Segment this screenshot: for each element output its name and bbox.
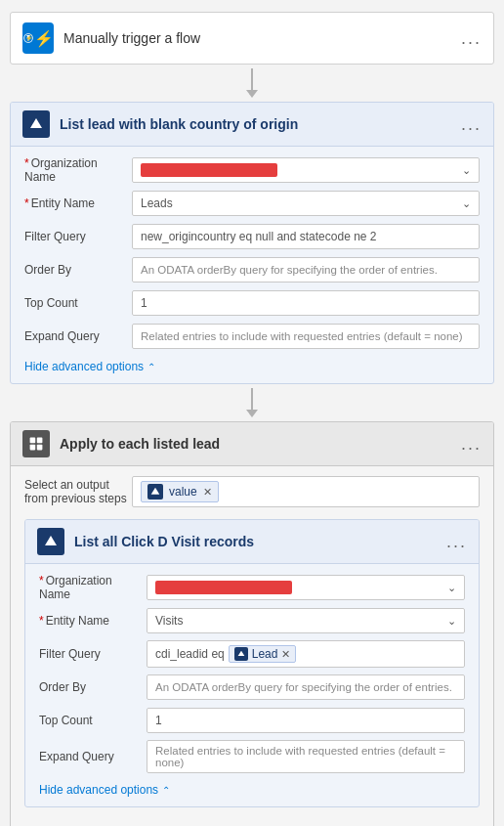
inner-order-by-label: Order By: [39, 680, 147, 694]
svg-marker-9: [237, 651, 244, 656]
inner-org-name-label: Organization Name: [39, 574, 147, 601]
org-name-field[interactable]: ⌄: [132, 157, 480, 183]
org-name-row: Organization Name ⌄: [24, 156, 480, 184]
inner-entity-name-value: Visits: [155, 614, 183, 628]
list-lead-card: List lead with blank country of origin .…: [10, 102, 494, 384]
inner-card-header: List all Click D Visit records ...: [25, 520, 479, 564]
inner-org-name-row: Organization Name ⌄: [39, 574, 465, 601]
inner-org-name-dropdown-arrow: ⌄: [447, 582, 456, 594]
expand-query-row: Expand Query Related entries to include …: [24, 323, 480, 350]
trigger-more-button[interactable]: ...: [461, 29, 482, 47]
apply-body: Select an output from previous steps val…: [11, 466, 493, 826]
inner-entity-name-row: Entity Name Visits ⌄: [39, 607, 465, 634]
value-tag: value ✕: [141, 481, 219, 502]
connector-1: [246, 68, 258, 98]
order-by-label: Order By: [24, 263, 132, 277]
list-lead-body: Organization Name ⌄ Entity Name Leads ⌄ …: [11, 147, 493, 383]
svg-rect-3: [30, 438, 36, 444]
apply-title: Apply to each listed lead: [60, 436, 451, 452]
filter-prefix: cdi_leadid eq: [155, 647, 225, 661]
inner-card: List all Click D Visit records ... Organ…: [24, 519, 480, 807]
inner-advanced-options-chevron: ⌃: [162, 785, 170, 796]
filter-query-field[interactable]: new_origincountry eq null and statecode …: [132, 224, 480, 249]
select-output-field[interactable]: value ✕: [132, 476, 480, 507]
inner-entity-name-dropdown-arrow: ⌄: [447, 615, 456, 628]
expand-query-label: Expand Query: [24, 329, 132, 343]
org-name-label: Organization Name: [24, 156, 132, 184]
inner-top-count-value: 1: [155, 714, 162, 727]
list-lead-title: List lead with blank country of origin: [60, 116, 451, 132]
trigger-label: Manually trigger a flow: [63, 30, 451, 46]
value-tag-label: value: [169, 485, 197, 499]
inner-org-name-redacted: [155, 581, 292, 594]
top-count-row: Top Count 1: [24, 289, 480, 317]
inner-expand-query-row: Expand Query Related entries to include …: [39, 740, 465, 773]
org-name-redacted: [141, 163, 277, 177]
apply-icon: [22, 430, 50, 457]
svg-rect-4: [37, 438, 43, 444]
select-output-row: Select an output from previous steps val…: [24, 476, 480, 507]
advanced-options-chevron: ⌃: [147, 362, 155, 372]
svg-rect-6: [37, 445, 43, 451]
inner-top-count-field[interactable]: 1: [147, 708, 465, 733]
filter-query-label: Filter Query: [24, 230, 132, 243]
list-lead-more-button[interactable]: ...: [461, 115, 482, 133]
order-by-field[interactable]: An ODATA orderBy query for specifying th…: [132, 257, 480, 283]
svg-marker-7: [151, 488, 160, 495]
lead-tag-icon: [234, 647, 248, 661]
order-by-placeholder: An ODATA orderBy query for specifying th…: [141, 264, 438, 276]
value-tag-close-button[interactable]: ✕: [203, 486, 212, 499]
connector-2: [246, 388, 258, 417]
filter-query-value: new_origincountry eq null and statecode …: [141, 230, 377, 243]
filter-query-row: Filter Query new_origincountry eq null a…: [24, 223, 480, 250]
inner-card-icon: [37, 528, 64, 555]
svg-rect-5: [30, 445, 36, 451]
list-lead-advanced-options[interactable]: Hide advanced options ⌃: [24, 360, 480, 373]
inner-filter-query-label: Filter Query: [39, 647, 147, 661]
inner-advanced-options-label: Hide advanced options: [39, 783, 158, 797]
apply-header: Apply to each listed lead ...: [11, 422, 493, 466]
inner-filter-query-row: Filter Query cdi_leadid eq Lead ✕: [39, 640, 465, 668]
advanced-options-label: Hide advanced options: [24, 360, 144, 373]
entity-name-field[interactable]: Leads ⌄: [132, 191, 480, 216]
order-by-row: Order By An ODATA orderBy query for spec…: [24, 256, 480, 283]
inner-card-title: List all Click D Visit records: [74, 534, 437, 549]
select-output-label: Select an output from previous steps: [24, 478, 132, 505]
list-lead-icon: [22, 110, 50, 138]
inner-org-name-field[interactable]: ⌄: [147, 575, 465, 600]
inner-advanced-options[interactable]: Hide advanced options ⌃: [39, 783, 465, 797]
top-count-field[interactable]: 1: [132, 290, 480, 316]
svg-marker-8: [45, 536, 57, 545]
org-name-dropdown-arrow: ⌄: [462, 164, 471, 177]
entity-name-dropdown-arrow: ⌄: [462, 197, 471, 210]
expand-query-field[interactable]: Related entries to include with requeste…: [132, 324, 480, 349]
entity-name-row: Entity Name Leads ⌄: [24, 190, 480, 217]
value-tag-icon: [147, 484, 163, 500]
svg-text:⚡: ⚡: [25, 34, 33, 42]
lead-tag-close-button[interactable]: ✕: [281, 648, 290, 661]
svg-marker-2: [30, 118, 42, 128]
inner-filter-query-field[interactable]: cdi_leadid eq Lead ✕: [147, 640, 465, 668]
trigger-block: ⚡ ⚡ Manually trigger a flow ...: [10, 12, 494, 65]
add-action-area[interactable]: Add an action: [24, 813, 480, 826]
lead-tag-label: Lead: [252, 647, 278, 661]
top-count-label: Top Count: [24, 296, 132, 310]
inner-order-by-row: Order By An ODATA orderBy query for spec…: [39, 674, 465, 701]
entity-name-label: Entity Name: [24, 196, 132, 210]
inner-order-by-field[interactable]: An ODATA orderBy query for specifying th…: [147, 674, 465, 700]
inner-entity-name-label: Entity Name: [39, 614, 147, 628]
inner-expand-query-field[interactable]: Related entries to include with requeste…: [147, 740, 465, 773]
apply-block: Apply to each listed lead ... Select an …: [10, 421, 494, 826]
inner-entity-name-field[interactable]: Visits ⌄: [147, 608, 465, 633]
entity-name-value: Leads: [141, 196, 173, 210]
inner-expand-query-label: Expand Query: [39, 750, 147, 763]
list-lead-header: List lead with blank country of origin .…: [11, 103, 493, 147]
lead-tag: Lead ✕: [229, 645, 297, 663]
trigger-icon: ⚡ ⚡: [22, 22, 54, 54]
top-count-value: 1: [141, 296, 147, 310]
inner-top-count-row: Top Count 1: [39, 707, 465, 734]
inner-card-more-button[interactable]: ...: [446, 533, 467, 550]
inner-card-body: Organization Name ⌄ Entity Name Visits ⌄: [25, 564, 479, 806]
inner-top-count-label: Top Count: [39, 714, 147, 727]
apply-more-button[interactable]: ...: [461, 435, 482, 453]
